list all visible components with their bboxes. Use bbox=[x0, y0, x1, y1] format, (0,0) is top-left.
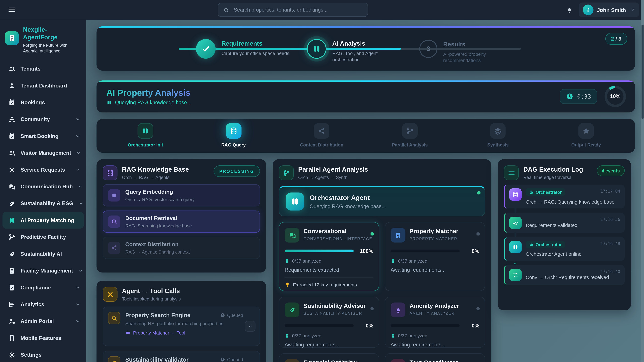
sidebar-item-label: Sustainability AI bbox=[20, 251, 80, 257]
sidebar-item-mobile-features[interactable]: Mobile Features bbox=[0, 330, 86, 347]
card-title: Parallel Agent Analysis bbox=[298, 165, 368, 173]
search-icon bbox=[108, 216, 120, 228]
search-icon bbox=[223, 7, 229, 13]
agent-name: Sustainability Advisor bbox=[304, 303, 366, 309]
tool-sustainability-validator: Sustainability Validator Checking BREEAM… bbox=[103, 351, 260, 362]
rag-step-query-embedding[interactable]: Query EmbeddingOrch → RAG: Vector search… bbox=[103, 184, 260, 206]
sidebar-item-label: Service Requests bbox=[20, 167, 70, 173]
hamburger-icon[interactable] bbox=[8, 6, 16, 14]
sidebar-item-community[interactable]: Community bbox=[0, 111, 86, 128]
agent-card-amenity-analyzer[interactable]: Amenity AnalyzerAMENITY-ANALYZER 0% 0/37… bbox=[385, 297, 485, 348]
global-search[interactable] bbox=[218, 3, 368, 17]
git-branch-icon bbox=[279, 165, 294, 180]
scrollbar-thumb[interactable] bbox=[642, 25, 644, 119]
agent-card-property-matcher[interactable]: Property MatcherPROPERTY-MATCHER 0% 0/37… bbox=[385, 222, 485, 291]
step-results[interactable]: 3 Results AI-powered property recommenda… bbox=[419, 40, 509, 64]
sidebar-item-bookings[interactable]: Bookings bbox=[0, 94, 86, 111]
user-menu[interactable]: J John Smith bbox=[579, 2, 639, 17]
stage-synthesis[interactable]: Synthesis bbox=[467, 123, 528, 153]
stage-output-ready[interactable]: Output Ready bbox=[555, 123, 617, 153]
nodes-icon bbox=[8, 233, 16, 241]
sidebar-item-tenants[interactable]: Tenants bbox=[0, 60, 86, 77]
log-timestamp: 17:16:48 bbox=[600, 241, 620, 246]
clock-icon bbox=[220, 357, 225, 362]
sidebar-item-label: Tenants bbox=[20, 66, 80, 72]
users-gear-icon bbox=[8, 149, 16, 157]
screen: J John Smith Nexgile-AgentForge Forging … bbox=[0, 0, 644, 362]
agent-name: Financial Optimizer bbox=[304, 359, 358, 362]
sidebar-item-predictive-facility[interactable]: Predictive Facility bbox=[0, 229, 86, 245]
stage-rag-query[interactable]: RAG Query bbox=[203, 123, 264, 153]
stage-orchestrator-init[interactable]: Orchestrator Init bbox=[114, 123, 176, 153]
agent-card-financial-optimizer[interactable]: Financial Optimizer bbox=[279, 354, 379, 362]
card-subtitle: Real-time edge traversal bbox=[523, 175, 583, 180]
building-icon bbox=[284, 259, 290, 264]
bell-icon[interactable] bbox=[566, 6, 574, 14]
step-requirements[interactable]: Requirements Capture your office space n… bbox=[196, 39, 289, 59]
step-label: AI Analysis bbox=[332, 40, 398, 47]
sidebar-item-admin-portal[interactable]: Admin Portal bbox=[0, 313, 86, 330]
network-icon bbox=[8, 115, 16, 123]
sidebar-item-service-requests[interactable]: Service Requests bbox=[0, 161, 86, 178]
sidebar-item-compliance[interactable]: Compliance bbox=[0, 279, 86, 296]
sidebar-item-label: Compliance bbox=[20, 284, 70, 291]
log-message: Orch → RAG: Querying knowledge base bbox=[526, 199, 614, 205]
sidebar-item-label: Community bbox=[20, 116, 70, 122]
chevron-down-icon bbox=[78, 268, 83, 273]
step-complete-circle bbox=[196, 39, 216, 59]
stage-label: Context Distribution bbox=[300, 142, 344, 147]
step-upcoming-circle: 3 bbox=[419, 40, 438, 58]
sidebar-item-smart-booking[interactable]: Smart Booking bbox=[0, 128, 86, 144]
sidebar-item-visitor-management[interactable]: Visitor Management bbox=[0, 144, 86, 161]
coins-icon bbox=[284, 359, 299, 362]
sidebar-item-label: Smart Booking bbox=[20, 133, 70, 139]
workflow-stepper: Requirements Capture your office space n… bbox=[96, 26, 635, 70]
chevron-down-icon bbox=[75, 117, 80, 122]
stage-parallel-analysis[interactable]: Parallel Analysis bbox=[379, 123, 440, 153]
sidebar-item-sustainability-ai[interactable]: Sustainability AI bbox=[0, 245, 86, 262]
flow-arrow-icon bbox=[513, 261, 517, 266]
sidebar-item-settings[interactable]: Settings bbox=[0, 347, 86, 362]
rag-step-context-distribution[interactable]: Context DistributionRAG → Agents: Sharin… bbox=[103, 237, 260, 259]
agent-card-tour-coordinator[interactable]: Tour Coordinator bbox=[385, 354, 485, 362]
elapsed-time: 0:33 bbox=[577, 93, 591, 100]
tool-agent-link[interactable]: Property Matcher → Tool bbox=[125, 330, 254, 335]
agent-analyzed: 0/37 analyzed bbox=[398, 333, 427, 338]
sidebar-item-ai-property-matching[interactable]: AI Property Matching bbox=[2, 212, 84, 229]
tool-status: Queued bbox=[220, 357, 243, 362]
agent-tool-calls-card: Agent → Tool Calls Tools invoked during … bbox=[96, 281, 266, 362]
stage-context-distribution[interactable]: Context Distribution bbox=[291, 123, 352, 153]
brain-icon bbox=[312, 44, 321, 53]
database-icon bbox=[103, 165, 118, 180]
sidebar-item-tenant-dashboard[interactable]: Tenant Dashboard bbox=[0, 77, 86, 94]
tools-icon bbox=[103, 287, 118, 302]
agent-progress-bar bbox=[284, 324, 354, 327]
agent-name: Tour Coordinator bbox=[410, 359, 458, 362]
log-timestamp: 17:16:56 bbox=[600, 217, 620, 221]
chevron-down-icon bbox=[75, 319, 80, 324]
clock-icon bbox=[220, 313, 225, 318]
rag-step-document-retrieval[interactable]: Document RetrievalRAG: Searching knowled… bbox=[103, 211, 260, 233]
stage-label: Orchestrator Init bbox=[128, 142, 163, 147]
rag-step-description: RAG → Agents: Sharing context bbox=[125, 250, 190, 254]
scrollbar[interactable] bbox=[641, 0, 644, 362]
event-count-badge: 4 events bbox=[597, 165, 625, 176]
sidebar-item-analytics[interactable]: Analytics bbox=[0, 296, 86, 313]
rag-step-title: Context Distribution bbox=[125, 241, 190, 248]
sidebar-item-facility-management[interactable]: Facility Management bbox=[0, 262, 86, 279]
sidebar-item-communication-hub[interactable]: Communication Hub bbox=[0, 178, 86, 195]
rag-step-description: RAG: Searching knowledge base bbox=[125, 223, 192, 228]
tools-icon bbox=[8, 166, 16, 173]
chevron-down-icon bbox=[75, 167, 80, 172]
step-ai-analysis[interactable]: AI Analysis RAG, Tool, and Agent orchest… bbox=[307, 39, 398, 63]
expand-tool-button[interactable] bbox=[245, 321, 256, 332]
stage-label: RAG Query bbox=[221, 142, 246, 147]
sidebar-item-sustainability-esg[interactable]: Sustainability & ESG bbox=[0, 195, 86, 212]
agent-card-conversational[interactable]: ConversationalCONVERSATIONAL-INTERFACE 1… bbox=[279, 222, 379, 291]
log-timestamp: 17:17:04 bbox=[600, 189, 620, 193]
swap-icon bbox=[509, 269, 522, 281]
search-input[interactable] bbox=[233, 6, 363, 13]
status-dot bbox=[476, 232, 480, 236]
agent-card-sustainability-advisor[interactable]: Sustainability AdvisorSUSTAINABILITY-ADV… bbox=[279, 297, 379, 348]
orchestrator-title: Orchestrator Agent bbox=[310, 194, 386, 201]
